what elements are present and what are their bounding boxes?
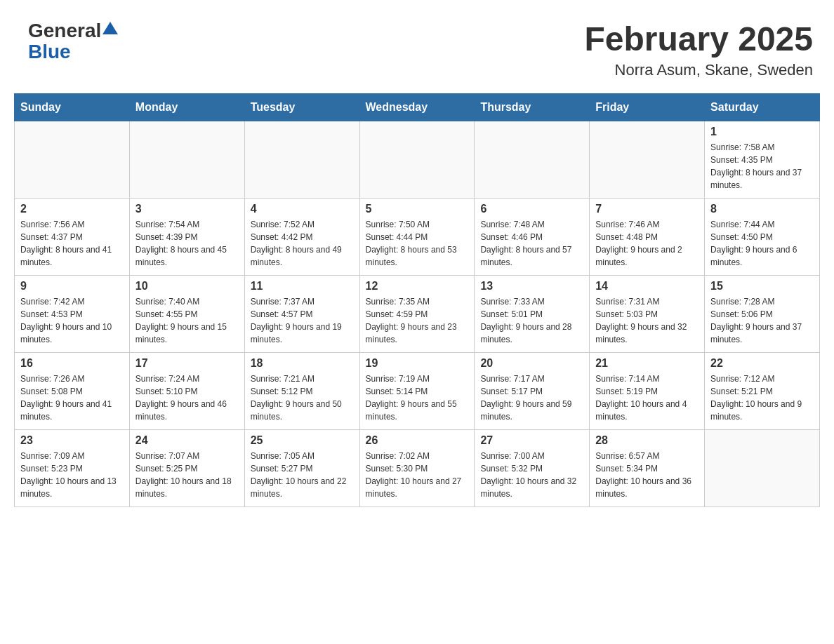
day-cell [590, 121, 705, 198]
day-cell: 19Sunrise: 7:19 AMSunset: 5:14 PMDayligh… [359, 352, 475, 429]
day-cell: 5Sunrise: 7:50 AMSunset: 4:44 PMDaylight… [359, 198, 475, 275]
day-info: Sunrise: 7:40 AMSunset: 4:55 PMDaylight:… [135, 295, 239, 346]
day-info: Sunrise: 7:50 AMSunset: 4:44 PMDaylight:… [366, 218, 469, 269]
day-cell: 27Sunrise: 7:00 AMSunset: 5:32 PMDayligh… [475, 429, 590, 507]
day-cell [15, 121, 130, 198]
day-cell: 11Sunrise: 7:37 AMSunset: 4:57 PMDayligh… [244, 275, 359, 352]
day-cell: 14Sunrise: 7:31 AMSunset: 5:03 PMDayligh… [590, 275, 705, 352]
day-cell [129, 121, 244, 198]
day-cell: 18Sunrise: 7:21 AMSunset: 5:12 PMDayligh… [244, 352, 359, 429]
day-info: Sunrise: 7:48 AMSunset: 4:46 PMDaylight:… [480, 218, 583, 269]
day-number: 13 [480, 280, 583, 293]
header-cell-friday: Friday [590, 93, 705, 121]
week-row-2: 9Sunrise: 7:42 AMSunset: 4:53 PMDaylight… [15, 275, 820, 352]
day-cell: 24Sunrise: 7:07 AMSunset: 5:25 PMDayligh… [129, 429, 244, 507]
day-number: 25 [251, 434, 354, 447]
day-number: 12 [366, 280, 469, 293]
week-row-3: 16Sunrise: 7:26 AMSunset: 5:08 PMDayligh… [15, 352, 820, 429]
title-area: February 2025 Norra Asum, Skane, Sweden [584, 21, 813, 79]
day-number: 21 [595, 357, 699, 370]
day-number: 19 [366, 357, 469, 370]
day-info: Sunrise: 7:02 AMSunset: 5:30 PMDaylight:… [366, 450, 469, 500]
day-info: Sunrise: 7:52 AMSunset: 4:42 PMDaylight:… [251, 218, 354, 269]
day-number: 5 [366, 203, 469, 215]
day-cell: 3Sunrise: 7:54 AMSunset: 4:39 PMDaylight… [129, 198, 244, 275]
day-info: Sunrise: 7:19 AMSunset: 5:14 PMDaylight:… [366, 373, 469, 423]
day-number: 18 [251, 357, 354, 370]
calendar-table: SundayMondayTuesdayWednesdayThursdayFrid… [14, 93, 820, 507]
day-cell: 15Sunrise: 7:28 AMSunset: 5:06 PMDayligh… [705, 275, 820, 352]
day-cell: 17Sunrise: 7:24 AMSunset: 5:10 PMDayligh… [129, 352, 244, 429]
day-cell [705, 429, 820, 507]
day-info: Sunrise: 7:05 AMSunset: 5:27 PMDaylight:… [251, 450, 354, 500]
header-row: SundayMondayTuesdayWednesdayThursdayFrid… [15, 93, 820, 121]
day-number: 7 [595, 203, 699, 215]
day-info: Sunrise: 7:00 AMSunset: 5:32 PMDaylight:… [480, 450, 583, 500]
header-cell-thursday: Thursday [475, 93, 590, 121]
day-info: Sunrise: 7:26 AMSunset: 5:08 PMDaylight:… [20, 373, 124, 423]
header-cell-monday: Monday [129, 93, 244, 121]
calendar-subtitle: Norra Asum, Skane, Sweden [584, 61, 813, 79]
day-cell: 1Sunrise: 7:58 AMSunset: 4:35 PMDaylight… [705, 121, 820, 198]
week-row-1: 2Sunrise: 7:56 AMSunset: 4:37 PMDaylight… [15, 198, 820, 275]
header-cell-sunday: Sunday [15, 93, 130, 121]
day-cell: 25Sunrise: 7:05 AMSunset: 5:27 PMDayligh… [244, 429, 359, 507]
day-info: Sunrise: 7:28 AMSunset: 5:06 PMDaylight:… [710, 295, 814, 346]
day-cell: 4Sunrise: 7:52 AMSunset: 4:42 PMDaylight… [244, 198, 359, 275]
day-number: 22 [710, 357, 814, 370]
day-number: 28 [595, 434, 699, 447]
day-cell: 26Sunrise: 7:02 AMSunset: 5:30 PMDayligh… [359, 429, 475, 507]
day-cell: 8Sunrise: 7:44 AMSunset: 4:50 PMDaylight… [705, 198, 820, 275]
day-info: Sunrise: 7:58 AMSunset: 4:35 PMDaylight:… [710, 141, 814, 192]
day-cell: 6Sunrise: 7:48 AMSunset: 4:46 PMDaylight… [475, 198, 590, 275]
day-cell [244, 121, 359, 198]
day-info: Sunrise: 7:09 AMSunset: 5:23 PMDaylight:… [20, 450, 124, 500]
logo-blue-text: Blue [28, 42, 71, 62]
page-header: General Blue February 2025 Norra Asum, S… [14, 14, 820, 86]
day-cell: 7Sunrise: 7:46 AMSunset: 4:48 PMDaylight… [590, 198, 705, 275]
day-cell: 13Sunrise: 7:33 AMSunset: 5:01 PMDayligh… [475, 275, 590, 352]
svg-marker-0 [102, 22, 118, 34]
calendar-header: SundayMondayTuesdayWednesdayThursdayFrid… [15, 93, 820, 121]
day-number: 6 [480, 203, 583, 215]
logo: General Blue [28, 21, 118, 62]
day-number: 24 [135, 434, 239, 447]
day-info: Sunrise: 7:14 AMSunset: 5:19 PMDaylight:… [595, 373, 699, 423]
day-info: Sunrise: 6:57 AMSunset: 5:34 PMDaylight:… [595, 450, 699, 500]
day-number: 26 [366, 434, 469, 447]
calendar-body: 1Sunrise: 7:58 AMSunset: 4:35 PMDaylight… [15, 121, 820, 507]
day-number: 17 [135, 357, 239, 370]
day-cell: 9Sunrise: 7:42 AMSunset: 4:53 PMDaylight… [15, 275, 130, 352]
day-info: Sunrise: 7:42 AMSunset: 4:53 PMDaylight:… [20, 295, 124, 346]
day-number: 23 [20, 434, 124, 447]
day-info: Sunrise: 7:07 AMSunset: 5:25 PMDaylight:… [135, 450, 239, 500]
day-cell [475, 121, 590, 198]
day-cell: 20Sunrise: 7:17 AMSunset: 5:17 PMDayligh… [475, 352, 590, 429]
day-cell: 21Sunrise: 7:14 AMSunset: 5:19 PMDayligh… [590, 352, 705, 429]
day-cell: 28Sunrise: 6:57 AMSunset: 5:34 PMDayligh… [590, 429, 705, 507]
day-cell: 22Sunrise: 7:12 AMSunset: 5:21 PMDayligh… [705, 352, 820, 429]
day-info: Sunrise: 7:33 AMSunset: 5:01 PMDaylight:… [480, 295, 583, 346]
day-number: 1 [710, 126, 814, 138]
week-row-4: 23Sunrise: 7:09 AMSunset: 5:23 PMDayligh… [15, 429, 820, 507]
day-info: Sunrise: 7:46 AMSunset: 4:48 PMDaylight:… [595, 218, 699, 269]
day-info: Sunrise: 7:24 AMSunset: 5:10 PMDaylight:… [135, 373, 239, 423]
logo-triangle-icon [102, 22, 118, 34]
header-cell-wednesday: Wednesday [359, 93, 475, 121]
day-cell: 2Sunrise: 7:56 AMSunset: 4:37 PMDaylight… [15, 198, 130, 275]
day-number: 9 [20, 280, 124, 293]
day-number: 2 [20, 203, 124, 215]
logo-general-text: General [28, 21, 101, 41]
day-info: Sunrise: 7:31 AMSunset: 5:03 PMDaylight:… [595, 295, 699, 346]
day-number: 20 [480, 357, 583, 370]
day-cell: 16Sunrise: 7:26 AMSunset: 5:08 PMDayligh… [15, 352, 130, 429]
day-info: Sunrise: 7:56 AMSunset: 4:37 PMDaylight:… [20, 218, 124, 269]
day-info: Sunrise: 7:37 AMSunset: 4:57 PMDaylight:… [251, 295, 354, 346]
day-number: 3 [135, 203, 239, 215]
day-number: 15 [710, 280, 814, 293]
day-info: Sunrise: 7:35 AMSunset: 4:59 PMDaylight:… [366, 295, 469, 346]
day-cell: 12Sunrise: 7:35 AMSunset: 4:59 PMDayligh… [359, 275, 475, 352]
day-number: 11 [251, 280, 354, 293]
day-number: 16 [20, 357, 124, 370]
day-info: Sunrise: 7:12 AMSunset: 5:21 PMDaylight:… [710, 373, 814, 423]
